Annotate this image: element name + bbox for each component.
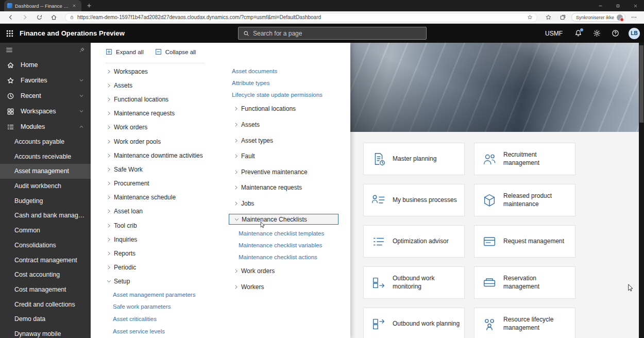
sidebar-item-home[interactable]: Home — [0, 57, 91, 73]
bookmark-star-icon[interactable] — [527, 14, 533, 20]
scrollbar-thumb[interactable] — [639, 45, 643, 123]
tree-item-label: Maintenance schedule — [114, 194, 176, 201]
sidebar-module-cost-accounting[interactable]: Cost accounting — [0, 267, 91, 282]
sidebar-module-contract-management[interactable]: Contract management — [0, 253, 91, 268]
refresh-button[interactable] — [33, 12, 45, 23]
tree-node-maintenance-requests[interactable]: Maintenance requests — [229, 180, 338, 196]
sidebar-module-cost-management[interactable]: Cost management — [0, 282, 91, 297]
tree-link-maintenance-checklist-templates[interactable]: Maintenance checklist templates — [229, 227, 338, 239]
pin-pane-icon[interactable] — [79, 47, 85, 53]
browser-menu-icon[interactable] — [628, 12, 640, 23]
sidebar-item-recent[interactable]: Recent — [0, 88, 91, 104]
tree-link-asset-service-levels[interactable]: Asset service levels — [106, 325, 225, 337]
sidebar-item-favorites[interactable]: Favorites — [0, 73, 91, 88]
forward-button[interactable] — [19, 12, 31, 23]
tree-link-safe-work-parameters[interactable]: Safe work parameters — [106, 301, 225, 313]
sidebar-module-dynaway-mobile[interactable]: Dynaway mobile — [0, 327, 91, 338]
sidebar-module-credit-and-collections[interactable]: Credit and collections — [0, 297, 91, 312]
new-tab-button[interactable] — [87, 3, 92, 8]
user-avatar[interactable]: LB — [629, 28, 640, 39]
tab-close-icon[interactable] — [72, 4, 78, 8]
close-button[interactable] — [626, 0, 644, 11]
star-icon — [7, 77, 14, 84]
notifications-bell-icon[interactable] — [569, 24, 587, 43]
tree-node-assets[interactable]: Assets — [106, 78, 225, 92]
tree-node-maintenance-checklists[interactable]: Maintenance Checklists — [229, 214, 338, 225]
tile-request-management[interactable]: Request management — [474, 225, 575, 258]
tree-node-fault[interactable]: Fault — [229, 148, 338, 164]
tree-link-asset-criticalities[interactable]: Asset criticalities — [106, 313, 225, 325]
collections-icon[interactable] — [557, 12, 569, 23]
tree-node-asset-types[interactable]: Asset types — [229, 132, 338, 148]
tile-outbound-work-planning[interactable]: Outbound work planning — [363, 308, 465, 338]
tree-node-assets[interactable]: Assets — [229, 117, 338, 133]
tree-node-maintenance-requests[interactable]: Maintenance requests — [106, 107, 225, 121]
tree-node-preventive-maintenance[interactable]: Preventive maintenance — [229, 164, 338, 180]
maximize-button[interactable] — [609, 0, 626, 11]
tile-released-product-maintenance[interactable]: Released product maintenance — [474, 184, 575, 216]
outbound-planning-icon — [371, 316, 386, 332]
favorites-icon[interactable] — [543, 12, 555, 23]
tree-node-work-order-pools[interactable]: Work order pools — [106, 134, 225, 148]
tree-node-work-orders[interactable]: Work orders — [229, 263, 338, 279]
tree-link-asset-management-parameters[interactable]: Asset management parameters — [106, 289, 225, 301]
collapse-all-button[interactable]: Collapse all — [155, 48, 196, 55]
tree-node-maintenance-downtime-activities[interactable]: Maintenance downtime activities — [106, 148, 225, 162]
tree-node-setup[interactable]: Setup — [106, 275, 225, 289]
tile-recruitment-management[interactable]: Recruitment management — [474, 143, 575, 175]
sidebar-item-workspaces[interactable]: Workspaces — [0, 104, 91, 119]
sidebar-module-asset-management[interactable]: Asset management — [0, 164, 91, 179]
address-bar[interactable]: https://eam-demo-1597f1b47ad2082d27devao… — [65, 13, 537, 22]
help-icon[interactable] — [606, 24, 624, 43]
browser-profile-button[interactable]: Synkroniserer ikke — [571, 13, 625, 22]
tree-node-reports[interactable]: Reports — [106, 246, 225, 260]
sidebar-module-accounts-payable[interactable]: Accounts payable — [0, 134, 91, 149]
tree-node-work-orders[interactable]: Work orders — [106, 121, 225, 134]
tree-node-procurement[interactable]: Procurement — [106, 177, 225, 191]
tree-link-maintenance-checklist-variables[interactable]: Maintenance checklist variables — [229, 239, 338, 251]
sidebar-module-cash-and-bank-management[interactable]: Cash and bank management — [0, 208, 91, 223]
expand-all-button[interactable]: Expand all — [106, 48, 144, 55]
tree-node-safe-work[interactable]: Safe Work — [106, 162, 225, 176]
tree-node-asset-loan[interactable]: Asset loan — [106, 205, 225, 218]
waffle-menu-icon[interactable] — [0, 24, 20, 43]
hamburger-menu-icon[interactable] — [6, 46, 13, 54]
sidebar-module-common[interactable]: Common — [0, 223, 91, 238]
settings-gear-icon[interactable] — [587, 24, 606, 43]
tile-outbound-work-monitoring[interactable]: Outbound work monitoring — [363, 266, 465, 299]
vertical-scrollbar[interactable] — [639, 43, 644, 338]
tree-node-functional-locations[interactable]: Functional locations — [106, 92, 225, 106]
tile-optimization-advisor[interactable]: Optimization advisor — [363, 225, 465, 258]
minimize-button[interactable] — [591, 0, 609, 11]
tree-link-attribute-types[interactable]: Attribute types — [229, 77, 338, 89]
tree-link-lifecycle-state-update-permissions[interactable]: Lifecycle state update permissions — [229, 89, 338, 101]
sidebar-module-accounts-receivable[interactable]: Accounts receivable — [0, 149, 91, 164]
tree-node-workspaces[interactable]: Workspaces — [106, 64, 225, 78]
sidebar-module-budgeting[interactable]: Budgeting — [0, 194, 91, 209]
page-search-box[interactable] — [238, 27, 427, 40]
search-input[interactable] — [253, 30, 421, 37]
tree-node-inquiries[interactable]: Inquiries — [106, 232, 225, 246]
sidebar-module-demo-data[interactable]: Demo data — [0, 312, 91, 327]
tree-node-periodic[interactable]: Periodic — [106, 261, 225, 275]
back-button[interactable] — [4, 12, 16, 23]
lock-icon — [70, 14, 74, 20]
tile-my-business-processes[interactable]: My business processes — [363, 184, 465, 216]
tile-resource-lifecycle-management[interactable]: Resource lifecycle management — [474, 308, 575, 338]
tree-node-tool-crib[interactable]: Tool crib — [106, 218, 225, 232]
tree-link-maintenance-checklist-actions[interactable]: Maintenance checklist actions — [229, 251, 338, 263]
tree-node-jobs[interactable]: Jobs — [229, 196, 338, 212]
tree-link-asset-documents[interactable]: Asset documents — [229, 65, 338, 77]
tile-reservation-management[interactable]: Reservation management — [474, 266, 575, 299]
tree-node-maintenance-schedule[interactable]: Maintenance schedule — [106, 191, 225, 205]
company-picker[interactable]: USMF — [539, 24, 569, 43]
tree-node-functional-locations[interactable]: Functional locations — [229, 101, 338, 117]
sidebar-item-modules[interactable]: Modules — [0, 119, 91, 134]
tree-node-workers[interactable]: Workers — [229, 279, 338, 295]
browser-home-button[interactable] — [47, 12, 60, 23]
tile-master-planning[interactable]: Master planning — [363, 143, 465, 175]
browser-tab[interactable]: Dashboard -- Finance and Oper — [4, 0, 81, 11]
sidebar-module-consolidations[interactable]: Consolidations — [0, 238, 91, 253]
collapse-all-label: Collapse all — [165, 49, 196, 55]
sidebar-module-audit-workbench[interactable]: Audit workbench — [0, 179, 91, 194]
